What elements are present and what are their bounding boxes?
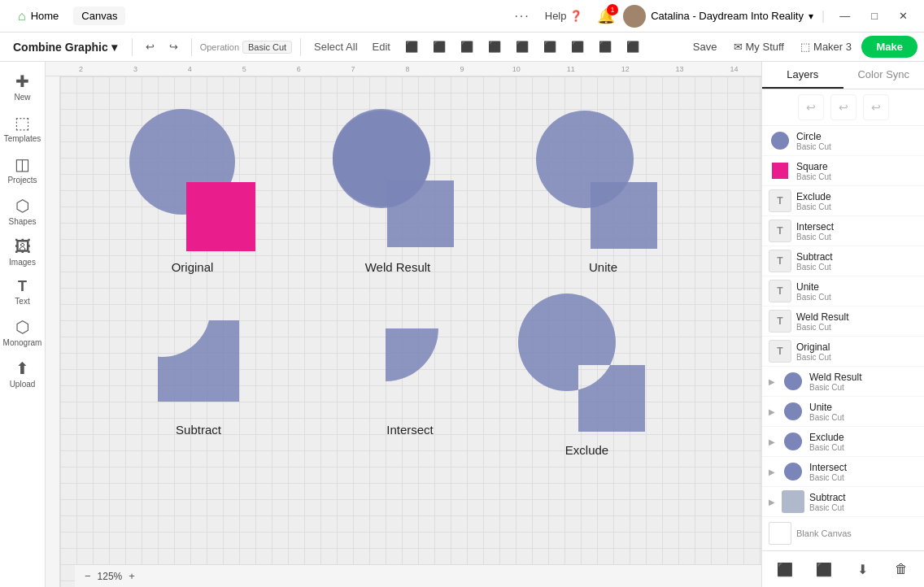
ruler-horizontal: 2 3 4 5 6 7 8 9 10 11 12 13 14 <box>46 62 761 76</box>
operation-value[interactable]: Basic Cut <box>242 41 292 54</box>
layer-thumb-unite-text: T <box>769 280 791 302</box>
user-name: Catalina - Daydream Into Reality <box>651 10 804 22</box>
layer-sub-circle: Basic Cut <box>796 142 917 151</box>
size-btn[interactable]: ⬛ <box>566 39 589 54</box>
panel-action-1[interactable]: ↩ <box>798 94 824 120</box>
sidebar-item-monogram[interactable]: ⬡ Monogram <box>2 312 43 352</box>
sidebar-item-templates[interactable]: ⬚ Templates <box>2 108 43 148</box>
layer-name-unite-shape: Unite <box>809 402 917 413</box>
topbar-right: ··· Help ❓ 🔔 1 Catalina - Daydream Into … <box>514 5 914 28</box>
exclude-label: Exclude <box>565 443 608 457</box>
layer-thumb-original-text: T <box>769 340 791 363</box>
user-dropdown-icon[interactable]: ▾ <box>808 11 813 22</box>
notifications-btn[interactable]: 🔔 1 <box>597 7 615 25</box>
zoom-in-btn[interactable]: + <box>125 568 138 584</box>
layer-item-intersect-shape[interactable]: ▶ Intersect Basic Cut <box>762 457 924 487</box>
panel-arrange-btn[interactable]: ⬛ <box>772 556 798 582</box>
panel-delete-btn[interactable]: 🗑 <box>888 556 914 582</box>
unite-label: Unite <box>589 260 617 274</box>
layer-item-subtract-text[interactable]: T Subtract Basic Cut <box>762 246 924 276</box>
weld-shape <box>329 101 467 255</box>
layer-item-intersect-text[interactable]: T Intersect Basic Cut <box>762 216 924 246</box>
align-btn[interactable]: ⬛ <box>400 39 423 54</box>
warp-btn[interactable]: ⬛ <box>538 39 561 54</box>
svg-rect-1 <box>186 182 255 251</box>
canvas-area[interactable]: 2 3 4 5 6 7 8 9 10 11 12 13 14 <box>46 62 761 587</box>
topbar: ⌂ Home Canvas ··· Help ❓ 🔔 1 Catalina - … <box>0 0 924 33</box>
layer-item-weld-text[interactable]: T Weld Result Basic Cut <box>762 307 924 337</box>
make-btn[interactable]: Make <box>861 36 917 58</box>
svg-rect-16 <box>578 365 645 432</box>
home-tab[interactable]: ⌂ Home <box>10 6 67 27</box>
sidebar-item-upload[interactable]: ⬆ Upload <box>2 354 43 394</box>
layer-name-exclude-shape: Exclude <box>809 432 917 443</box>
create-sticker-btn[interactable]: ⬛ <box>511 39 534 54</box>
layer-thumb-circle <box>769 129 791 152</box>
layer-info-unite-text: Unite Basic Cut <box>796 281 917 302</box>
redo-btn[interactable]: ↪ <box>164 39 183 54</box>
expand-unite[interactable]: ▶ <box>769 407 775 416</box>
edit-btn[interactable]: Edit <box>368 39 395 54</box>
layer-name-weld-shape: Weld Result <box>809 372 917 383</box>
sidebar-item-images[interactable]: 🖼 Images <box>2 233 43 272</box>
more-options-btn[interactable]: ··· <box>514 9 530 24</box>
layer-thumb-exclude-text: T <box>769 189 791 212</box>
layer-item-exclude-shape[interactable]: ▶ Exclude Basic Cut <box>762 427 924 457</box>
sidebar-item-text[interactable]: T Text <box>2 273 43 311</box>
subtract-group: Subtract <box>142 288 255 437</box>
arrange-btn[interactable]: ⬛ <box>428 39 451 54</box>
tab-layers[interactable]: Layers <box>762 62 843 89</box>
layer-item-circle[interactable]: Circle Basic Cut <box>762 126 924 156</box>
weld-label: Weld Result <box>365 260 431 274</box>
panel-action-3[interactable]: ↩ <box>863 94 889 120</box>
save-btn[interactable]: Save <box>686 37 724 56</box>
svg-rect-8 <box>158 320 239 402</box>
layer-name-original-text: Original <box>796 341 917 353</box>
expand-subtract[interactable]: ▶ <box>769 498 775 507</box>
maker3-btn[interactable]: ⬚ Maker 3 <box>794 37 858 56</box>
layer-thumb-intersect-shape <box>782 460 804 483</box>
flip-btn[interactable]: ⬛ <box>455 39 478 54</box>
sidebar-item-shapes[interactable]: ⬡ Shapes <box>2 191 43 231</box>
panel-bottom: ⬛ ⬛ ⬇ 🗑 <box>762 550 924 587</box>
sidebar-item-projects[interactable]: ◫ Projects <box>2 150 43 189</box>
tab-color-sync[interactable]: Color Sync <box>843 62 925 89</box>
close-btn[interactable]: ✕ <box>892 7 914 25</box>
intersect-group: Intersect <box>361 288 459 437</box>
panel-action-2[interactable]: ↩ <box>830 94 856 120</box>
layer-item-exclude-text[interactable]: T Exclude Basic Cut <box>762 186 924 216</box>
layer-item-weld-shape[interactable]: ▶ Weld Result Basic Cut <box>762 367 924 397</box>
offset-btn[interactable]: ⬛ <box>483 39 506 54</box>
panel-copy-btn[interactable]: ⬛ <box>811 556 837 582</box>
select-all-btn[interactable]: Select All <box>309 39 362 54</box>
maximize-btn[interactable]: □ <box>865 7 884 25</box>
canvas-tab[interactable]: Canvas <box>73 7 125 25</box>
layer-item-subtract-shape[interactable]: ▶ Subtract Basic Cut <box>762 487 924 517</box>
layer-item-unite-text[interactable]: T Unite Basic Cut <box>762 276 924 307</box>
help-btn[interactable]: Help ❓ <box>538 7 589 25</box>
unite-group: Unite <box>528 101 678 274</box>
minimize-btn[interactable]: — <box>833 7 856 25</box>
layer-thumb-subtract-shape <box>782 490 804 513</box>
combine-graphic-btn[interactable]: Combine Graphic ▾ <box>7 39 124 55</box>
layer-item-unite-shape[interactable]: ▶ Unite Basic Cut <box>762 397 924 427</box>
undo-btn[interactable]: ↩ <box>141 39 159 54</box>
expand-exclude[interactable]: ▶ <box>769 437 775 446</box>
expand-weld[interactable]: ▶ <box>769 377 775 386</box>
panel-download-btn[interactable]: ⬇ <box>849 556 875 582</box>
expand-intersect[interactable]: ▶ <box>769 467 775 476</box>
sidebar-item-new[interactable]: ✚ New <box>2 67 43 107</box>
my-stuff-btn[interactable]: ✉ My Stuff <box>727 37 791 56</box>
layer-info-original-text: Original Basic Cut <box>796 341 917 362</box>
svg-point-19 <box>784 372 802 390</box>
zoom-out-btn[interactable]: − <box>81 568 94 584</box>
blank-canvas-thumb <box>769 522 791 545</box>
layer-item-original-text[interactable]: T Original Basic Cut <box>762 337 924 367</box>
canvas-content[interactable]: Original Weld Result <box>60 76 761 587</box>
layer-name-intersect-shape: Intersect <box>809 462 917 473</box>
position-btn[interactable]: ⬛ <box>621 39 644 54</box>
new-label: New <box>14 93 30 102</box>
blank-canvas-item: Blank Canvas <box>762 517 924 550</box>
rotate-btn[interactable]: ⬛ <box>594 39 617 54</box>
layer-item-square[interactable]: Square Basic Cut <box>762 156 924 186</box>
